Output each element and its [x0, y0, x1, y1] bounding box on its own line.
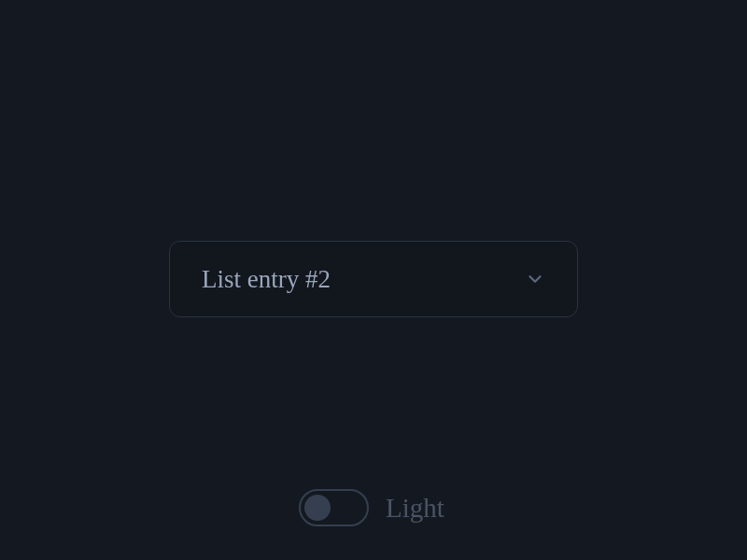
toggle-knob	[304, 495, 331, 521]
theme-toggle-label: Light	[386, 493, 444, 524]
dropdown-selected-label: List entry #2	[202, 265, 331, 294]
dropdown-select[interactable]: List entry #2	[169, 241, 578, 317]
theme-toggle-row: Light	[299, 489, 444, 526]
chevron-down-icon	[525, 269, 545, 289]
theme-toggle-switch[interactable]	[299, 489, 369, 526]
